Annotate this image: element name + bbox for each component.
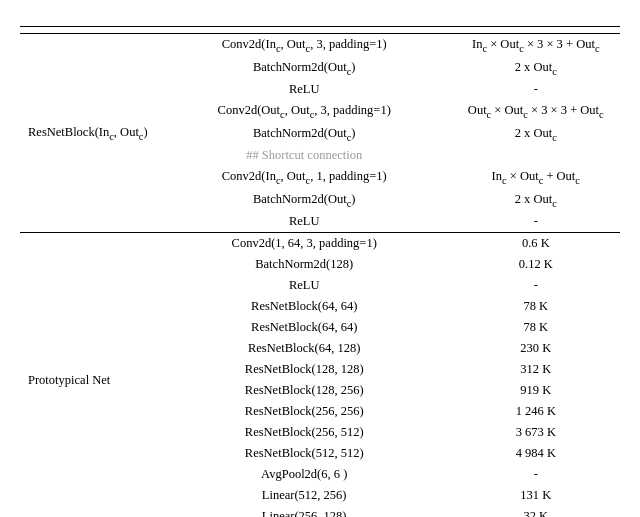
proto-layer-cell: ResNetBlock(64, 64) bbox=[157, 296, 452, 317]
proto-params-cell: 78 K bbox=[452, 296, 620, 317]
resnet-layer-cell: BatchNorm2d(Outc) bbox=[157, 189, 452, 212]
proto-layer-cell: ResNetBlock(128, 256) bbox=[157, 380, 452, 401]
proto-layer-cell: ResNetBlock(128, 128) bbox=[157, 359, 452, 380]
proto-params-cell: 0.12 K bbox=[452, 254, 620, 275]
resnet-params-cell: 2 x Outc bbox=[452, 57, 620, 80]
proto-params-cell: - bbox=[452, 464, 620, 485]
proto-params-cell: 78 K bbox=[452, 317, 620, 338]
proto-params-cell: 131 K bbox=[452, 485, 620, 506]
header-params bbox=[452, 27, 620, 34]
proto-layer-cell: AvgPool2d(6, 6 ) bbox=[157, 464, 452, 485]
resnet-params-cell: Inc × Outc + Outc bbox=[452, 166, 620, 189]
resnet-layer-cell: Conv2d(Inc, Outc, 3, padding=1) bbox=[157, 34, 452, 57]
proto-params-cell: 230 K bbox=[452, 338, 620, 359]
resnet-params-cell: Outc × Outc × 3 × 3 + Outc bbox=[452, 100, 620, 123]
resnet-layer-cell: ReLU bbox=[157, 79, 452, 100]
proto-net-label: Prototypical Net bbox=[20, 233, 157, 518]
proto-params-cell: 919 K bbox=[452, 380, 620, 401]
proto-layer-cell: Conv2d(1, 64, 3, padding=1) bbox=[157, 233, 452, 255]
proto-layer-cell: BatchNorm2d(128) bbox=[157, 254, 452, 275]
header-layer bbox=[157, 27, 452, 34]
resnet-layer-cell: BatchNorm2d(Outc) bbox=[157, 123, 452, 146]
resnet-layer-cell: BatchNorm2d(Outc) bbox=[157, 57, 452, 80]
proto-layer-cell: ResNetBlock(512, 512) bbox=[157, 443, 452, 464]
proto-params-cell: 32 K bbox=[452, 506, 620, 517]
resnet-params-cell: 2 x Outc bbox=[452, 123, 620, 146]
proto-layer-cell: ReLU bbox=[157, 275, 452, 296]
resnet-layer-cell: ReLU bbox=[157, 211, 452, 233]
resnet-params-cell bbox=[452, 145, 620, 166]
proto-layer-cell: ResNetBlock(64, 128) bbox=[157, 338, 452, 359]
proto-layer-cell: ResNetBlock(256, 256) bbox=[157, 401, 452, 422]
proto-params-cell: 312 K bbox=[452, 359, 620, 380]
resnet-params-cell: 2 x Outc bbox=[452, 189, 620, 212]
resnet-params-cell: Inc × Outc × 3 × 3 + Outc bbox=[452, 34, 620, 57]
proto-params-cell: 0.6 K bbox=[452, 233, 620, 255]
proto-params-cell: - bbox=[452, 275, 620, 296]
resnet-block-label: ResNetBlock(Inc, Outc) bbox=[20, 34, 157, 233]
proto-layer-cell: Linear(256, 128) bbox=[157, 506, 452, 517]
resnet-layer-cell: ## Shortcut connection bbox=[157, 145, 452, 166]
architecture-table: ResNetBlock(Inc, Outc)Conv2d(Inc, Outc, … bbox=[20, 26, 620, 517]
resnet-params-cell: - bbox=[452, 211, 620, 233]
proto-layer-cell: ResNetBlock(256, 512) bbox=[157, 422, 452, 443]
header-network bbox=[20, 27, 157, 34]
resnet-params-cell: - bbox=[452, 79, 620, 100]
resnet-layer-cell: Conv2d(Outc, Outc, 3, padding=1) bbox=[157, 100, 452, 123]
proto-params-cell: 3 673 K bbox=[452, 422, 620, 443]
proto-params-cell: 4 984 K bbox=[452, 443, 620, 464]
proto-layer-cell: Linear(512, 256) bbox=[157, 485, 452, 506]
proto-params-cell: 1 246 K bbox=[452, 401, 620, 422]
proto-layer-cell: ResNetBlock(64, 64) bbox=[157, 317, 452, 338]
table-container: ResNetBlock(Inc, Outc)Conv2d(Inc, Outc, … bbox=[20, 20, 620, 517]
resnet-layer-cell: Conv2d(Inc, Outc, 1, padding=1) bbox=[157, 166, 452, 189]
